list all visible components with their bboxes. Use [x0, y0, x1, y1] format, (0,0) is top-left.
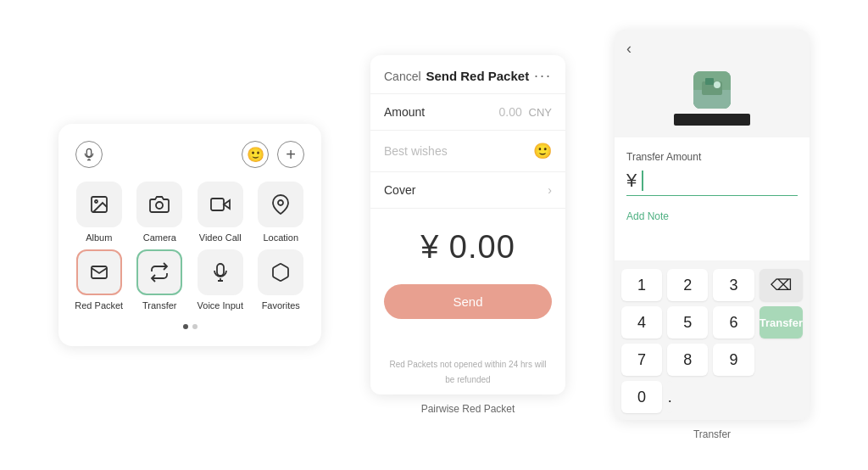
amount-display: ¥ 0.00 — [420, 229, 515, 265]
dot-active — [183, 324, 188, 329]
key-transfer[interactable]: Transfer — [760, 306, 803, 339]
mid-footer: Red Packets not opened within 24 hrs wil… — [370, 345, 565, 394]
videocall-label: Video Call — [199, 232, 242, 243]
add-note-button[interactable]: Add Note — [626, 210, 669, 222]
icon-cell-redpacket[interactable]: Red Packet — [72, 249, 126, 311]
right-header: ‹ — [615, 30, 810, 64]
left-panel: 🙂 + Album Camera Vide — [58, 124, 321, 346]
svg-point-11 — [714, 81, 721, 88]
send-red-packet-title: Send Red Packet — [426, 69, 529, 83]
wishes-emoji-icon: 🙂 — [533, 142, 552, 160]
cancel-button[interactable]: Cancel — [384, 70, 421, 83]
send-button[interactable]: Send — [384, 284, 552, 319]
key-3[interactable]: 3 — [713, 269, 754, 301]
svg-point-2 — [156, 202, 163, 209]
add-icon[interactable]: + — [277, 141, 304, 168]
favorites-icon-box — [258, 249, 303, 295]
icon-cell-transfer[interactable]: Transfer — [133, 249, 187, 311]
transfer-input-row[interactable]: ¥ — [626, 170, 798, 196]
svg-marker-3 — [224, 200, 230, 209]
text-cursor — [642, 171, 643, 191]
cover-label: Cover — [384, 183, 415, 197]
album-icon-box — [76, 182, 122, 227]
camera-icon-box — [136, 182, 182, 227]
key-2[interactable]: 2 — [667, 269, 708, 301]
right-icons: 🙂 + — [242, 141, 304, 168]
cover-field[interactable]: Cover › — [370, 172, 565, 209]
amount-display-section: ¥ 0.00 — [370, 209, 565, 276]
left-top-bar: 🙂 + — [69, 137, 311, 178]
camera-label: Camera — [143, 232, 176, 243]
key-backspace[interactable]: ⌫ — [760, 269, 803, 301]
key-7[interactable]: 7 — [621, 344, 662, 376]
icon-cell-voiceinput[interactable]: Voice Input — [193, 249, 248, 311]
key-8[interactable]: 8 — [667, 344, 708, 376]
transfer-label: Transfer — [142, 300, 177, 311]
right-panel: ‹ Transfer Amount ¥ Add Note — [615, 30, 810, 420]
transfer-icon-box — [136, 249, 182, 295]
chevron-right-icon: › — [548, 183, 552, 197]
icon-cell-favorites[interactable]: Favorites — [254, 249, 309, 311]
amount-field: Amount 0.00 CNY — [370, 94, 565, 131]
key-6[interactable]: 6 — [713, 306, 754, 339]
recipient-name-bar — [674, 114, 750, 126]
wishes-field[interactable]: Best wishes 🙂 — [370, 131, 565, 172]
voiceinput-icon-box — [198, 249, 243, 295]
icon-cell-videocall[interactable]: Video Call — [193, 182, 248, 243]
voice-icon[interactable] — [75, 141, 103, 168]
dot-inactive — [192, 324, 198, 329]
svg-rect-4 — [211, 199, 224, 210]
svg-point-5 — [278, 200, 283, 205]
redpacket-label: Red Packet — [75, 300, 123, 311]
icon-cell-location[interactable]: Location — [254, 182, 309, 243]
icon-cell-album[interactable]: Album — [72, 182, 126, 243]
svg-point-1 — [95, 200, 97, 203]
key-0[interactable]: 0 — [621, 381, 662, 413]
recipient-avatar — [693, 71, 731, 109]
key-5[interactable]: 5 — [667, 306, 708, 339]
numpad-grid: 1 2 3 ⌫ 4 5 6 Transfer 7 8 9 0 . — [621, 269, 803, 413]
amount-label: Amount — [384, 105, 425, 119]
emoji-icon[interactable]: 🙂 — [242, 141, 269, 168]
footer-note: Red Packets not opened within 24 hrs wil… — [389, 360, 546, 384]
svg-rect-10 — [705, 78, 714, 85]
right-caption: Transfer — [693, 428, 731, 440]
mid-header: Cancel Send Red Packet ··· — [370, 55, 565, 94]
key-dot[interactable]: . — [667, 381, 672, 413]
middle-panel: Cancel Send Red Packet ··· Amount 0.00 C… — [370, 55, 565, 394]
voiceinput-label: Voice Input — [198, 300, 243, 311]
videocall-icon-box — [198, 182, 243, 227]
location-label: Location — [263, 232, 298, 243]
wishes-placeholder: Best wishes — [384, 144, 448, 158]
key-4[interactable]: 4 — [621, 306, 662, 339]
amount-value: 0.00 CNY — [499, 105, 552, 119]
icon-grid: Album Camera Video Call Location — [69, 178, 311, 314]
location-icon-box — [258, 182, 303, 227]
key-9[interactable]: 9 — [713, 344, 754, 376]
album-label: Album — [86, 232, 112, 243]
recipient-section — [615, 64, 810, 137]
numpad: 1 2 3 ⌫ 4 5 6 Transfer 7 8 9 0 . — [615, 260, 810, 420]
yen-symbol: ¥ — [626, 170, 637, 192]
redpacket-icon-box — [76, 249, 122, 295]
key-1[interactable]: 1 — [621, 269, 662, 301]
right-content: Transfer Amount ¥ Add Note — [615, 137, 810, 260]
middle-caption: Pairwise Red Packet — [421, 403, 515, 415]
favorites-label: Favorites — [262, 300, 300, 311]
icon-cell-camera[interactable]: Camera — [133, 182, 187, 243]
back-button[interactable]: ‹ — [626, 40, 632, 58]
dots-row — [69, 324, 311, 329]
transfer-amount-label: Transfer Amount — [626, 151, 798, 163]
more-button[interactable]: ··· — [534, 67, 552, 85]
